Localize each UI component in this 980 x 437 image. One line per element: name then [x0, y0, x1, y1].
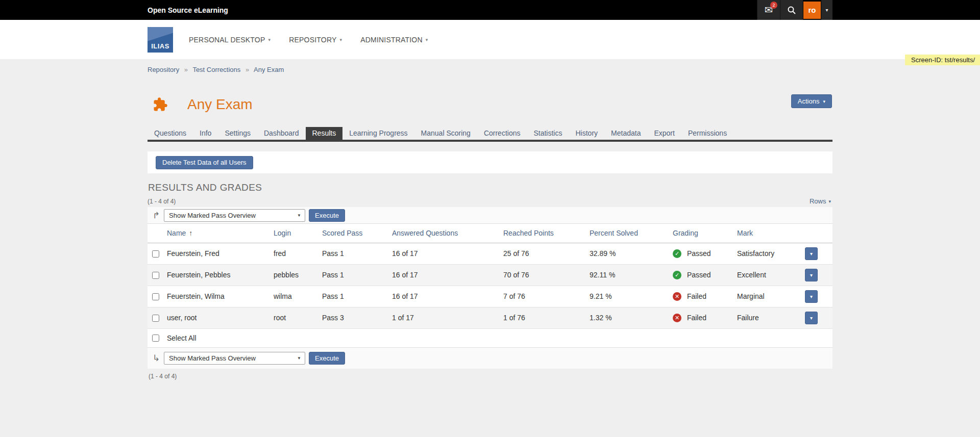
cell-name: Feuerstein, Wilma [167, 286, 274, 307]
cell-reached-points: 25 of 76 [503, 243, 590, 264]
cell-mark: Marginal [737, 286, 805, 307]
tab-metadata[interactable]: Metadata [604, 127, 647, 140]
bulk-action-select-bottom[interactable]: Show Marked Pass Overview ▼ [164, 352, 305, 365]
chevron-down-icon: ▾ [810, 315, 813, 321]
row-actions-button[interactable]: ▾ [805, 312, 818, 324]
cell-reached-points: 1 of 76 [503, 307, 590, 328]
toolbar-panel: Delete Test Data of all Users [148, 151, 832, 173]
apply-to-selection-top-icon: ↱ [153, 211, 164, 220]
tab-statistics[interactable]: Statistics [527, 127, 569, 140]
tab-results[interactable]: Results [306, 127, 343, 140]
cell-grading: ✓ Passed [673, 243, 737, 264]
results-table: Name ↑ Login Scored Pass Answered Questi… [148, 224, 832, 328]
cell-percent-solved: 1.32 % [590, 307, 673, 328]
row-select-checkbox[interactable] [152, 293, 159, 300]
table-row: Feuerstein, Wilma wilma Pass 1 16 of 17 … [148, 286, 832, 307]
column-header-mark[interactable]: Mark [737, 229, 753, 237]
mail-button[interactable]: ✉ 2 [757, 0, 780, 20]
chevron-down-icon: ▾ [810, 272, 813, 278]
table-row: Feuerstein, Fred fred Pass 1 16 of 17 25… [148, 243, 832, 264]
rows-selector[interactable]: Rows ▾ [810, 197, 831, 205]
select-all-checkbox[interactable] [152, 335, 159, 342]
result-count-top: (1 - 4 of 4) [148, 198, 176, 205]
user-menu-button[interactable]: ▾ [821, 0, 832, 20]
row-actions-button[interactable]: ▾ [805, 290, 818, 303]
tab-permissions[interactable]: Permissions [681, 127, 733, 140]
apply-to-selection-bottom-icon: ↳ [153, 354, 164, 363]
tab-export[interactable]: Export [647, 127, 681, 140]
tab-info[interactable]: Info [193, 127, 218, 140]
cell-login: fred [274, 243, 322, 264]
tab-history[interactable]: History [569, 127, 604, 140]
breadcrumb-repository[interactable]: Repository [148, 66, 179, 73]
test-object-icon [153, 97, 168, 112]
grading-status-icon: ✓ [673, 249, 681, 258]
cell-login: root [274, 307, 322, 328]
select-caret-icon: ▼ [297, 213, 301, 218]
column-header-login[interactable]: Login [274, 229, 291, 237]
tab-learning-progress[interactable]: Learning Progress [342, 127, 414, 140]
execute-button-top[interactable]: Execute [309, 209, 345, 222]
cell-login: pebbles [274, 264, 322, 286]
cell-name: Feuerstein, Pebbles [167, 264, 274, 286]
cell-mark: Satisfactory [737, 243, 805, 264]
column-header-percent-solved[interactable]: Percent Solved [590, 229, 638, 237]
cell-reached-points: 70 of 76 [503, 264, 590, 286]
chevron-down-icon: ▾ [828, 199, 831, 204]
cell-login: wilma [274, 286, 322, 307]
column-header-name[interactable]: Name ↑ [167, 229, 192, 237]
tab-bar: Questions Info Settings Dashboard Result… [148, 127, 832, 142]
count-row: (1 - 4 of 4) Rows ▾ [148, 197, 832, 205]
grading-status-icon: ✓ [673, 271, 681, 279]
chevron-down-icon: ▾ [823, 99, 825, 104]
cell-name: Feuerstein, Fred [167, 243, 274, 264]
select-all-label: Select All [167, 334, 197, 342]
cell-percent-solved: 92.11 % [590, 264, 673, 286]
sort-ascending-icon: ↑ [189, 229, 192, 237]
breadcrumb-test-corrections[interactable]: Test Corrections [192, 66, 240, 73]
tab-questions[interactable]: Questions [148, 127, 193, 140]
nav-personal-desktop[interactable]: PERSONAL DESKTOP ▾ [189, 36, 271, 44]
row-select-checkbox[interactable] [152, 315, 159, 322]
user-avatar[interactable]: ro [803, 2, 821, 19]
column-header-scored-pass[interactable]: Scored Pass [322, 229, 362, 237]
column-header-grading[interactable]: Grading [673, 229, 698, 237]
nav-repository[interactable]: REPOSITORY ▾ [289, 36, 342, 44]
cell-scored-pass: Pass 3 [322, 307, 392, 328]
row-actions-button[interactable]: ▾ [805, 269, 818, 281]
select-all-row: Select All [148, 328, 832, 347]
bulk-action-select-top[interactable]: Show Marked Pass Overview ▼ [164, 209, 305, 222]
cell-scored-pass: Pass 1 [322, 286, 392, 307]
cell-answered-questions: 16 of 17 [392, 286, 503, 307]
row-select-checkbox[interactable] [152, 272, 159, 279]
screen-id-badge: Screen-ID: tst/results/ [905, 55, 980, 65]
search-icon [787, 6, 796, 15]
result-count-bottom: (1 - 4 of 4) [148, 373, 832, 380]
breadcrumb-separator: » [184, 66, 188, 73]
chevron-down-icon: ▾ [810, 294, 813, 299]
column-header-answered-questions[interactable]: Answered Questions [392, 229, 458, 237]
search-button[interactable] [780, 0, 803, 20]
cell-answered-questions: 16 of 17 [392, 243, 503, 264]
row-actions-button[interactable]: ▾ [805, 247, 818, 260]
ilias-logo[interactable]: ILIAS [148, 27, 173, 53]
chevron-down-icon: ▾ [268, 37, 271, 42]
tab-dashboard[interactable]: Dashboard [257, 127, 306, 140]
cell-grading: ✕ Failed [673, 307, 737, 328]
actions-button[interactable]: Actions ▾ [791, 94, 832, 108]
tab-manual-scoring[interactable]: Manual Scoring [414, 127, 477, 140]
delete-test-data-button[interactable]: Delete Test Data of all Users [156, 156, 253, 169]
execute-button-bottom[interactable]: Execute [309, 352, 345, 365]
cell-name: user, root [167, 307, 274, 328]
tab-corrections[interactable]: Corrections [477, 127, 527, 140]
nav-administration[interactable]: ADMINISTRATION ▾ [360, 36, 428, 44]
column-header-reached-points[interactable]: Reached Points [503, 229, 554, 237]
page-title: Any Exam [187, 96, 253, 113]
chevron-down-icon: ▾ [810, 251, 813, 256]
breadcrumb-any-exam[interactable]: Any Exam [254, 66, 284, 73]
topbar-icon-cluster: ✉ 2 ro ▾ [757, 0, 832, 20]
main-navigation: PERSONAL DESKTOP ▾ REPOSITORY ▾ ADMINIST… [189, 36, 428, 44]
row-select-checkbox[interactable] [152, 250, 159, 258]
cell-scored-pass: Pass 1 [322, 243, 392, 264]
tab-settings[interactable]: Settings [218, 127, 257, 140]
